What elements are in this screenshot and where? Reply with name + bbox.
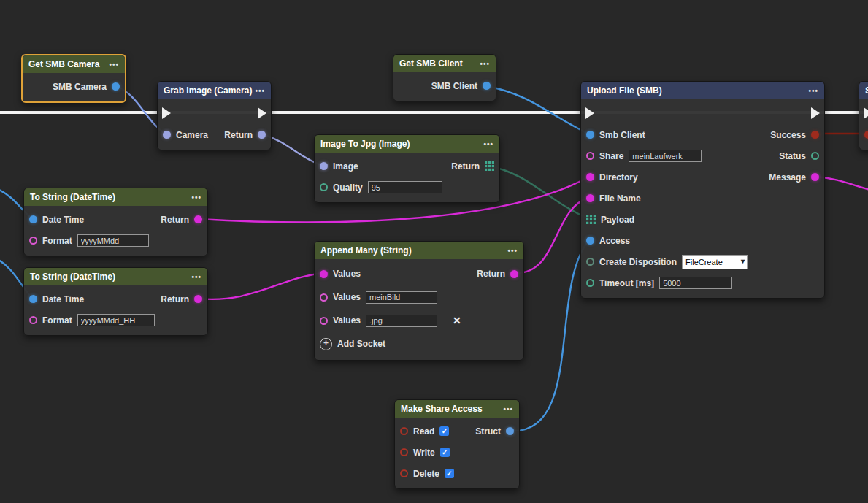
delete-input-pin[interactable] (400, 469, 408, 477)
add-socket-label[interactable]: Add Socket (337, 339, 385, 349)
input-row: Access (581, 230, 824, 251)
remove-socket-icon[interactable]: ✕ (453, 315, 461, 326)
quality-input-pin[interactable] (320, 183, 328, 191)
node-menu-icon[interactable]: ••• (191, 273, 201, 281)
node-menu-icon[interactable]: ••• (255, 87, 265, 95)
exec-out-icon[interactable] (811, 107, 820, 119)
output-label: Struct (475, 426, 501, 437)
node-title: S (865, 85, 868, 96)
format-input[interactable] (77, 314, 155, 326)
smb-client-input-pin[interactable] (586, 131, 594, 139)
output-label: Message (769, 172, 806, 183)
share-input-pin[interactable] (586, 152, 594, 160)
file-name-input-pin[interactable] (586, 194, 594, 202)
input-label: Camera (176, 130, 208, 140)
delete-checkbox[interactable]: ✓ (445, 469, 454, 478)
return-output-pin[interactable] (258, 131, 266, 139)
node-image-to-jpg[interactable]: Image To Jpg (Image) ••• Image Return (314, 134, 500, 203)
wire-payload (488, 166, 589, 219)
output-label: Return (224, 130, 253, 140)
input-pin[interactable] (864, 131, 868, 139)
byte-array-output-pin[interactable] (485, 161, 494, 171)
output-label: Status (779, 151, 806, 161)
node-menu-icon[interactable]: ••• (109, 61, 119, 69)
create-disposition-input-pin[interactable] (586, 258, 594, 266)
node-menu-icon[interactable]: ••• (483, 140, 493, 148)
exec-in-icon[interactable] (162, 107, 171, 119)
exec-row (581, 102, 824, 124)
node-menu-icon[interactable]: ••• (507, 247, 518, 255)
node-grab-image[interactable]: Grab Image (Camera) ••• Camera Return (157, 81, 272, 150)
values-input[interactable] (366, 291, 437, 304)
node-append-many[interactable]: Append Many (String) ••• Values Return V… (314, 241, 524, 361)
share-input[interactable] (629, 150, 702, 162)
format-input[interactable] (77, 234, 149, 247)
input-row: Quality (315, 177, 499, 198)
format-input-pin[interactable] (29, 237, 37, 245)
output-label: SMB Camera (53, 82, 107, 92)
input-row: Values ✕ (315, 309, 523, 332)
exec-out-icon[interactable] (258, 107, 266, 119)
io-row: Read ✓ Struct (395, 421, 519, 442)
return-output-pin[interactable] (510, 270, 518, 278)
node-editor-canvas[interactable]: Get SMB Camera ••• SMB Camera Grab Image… (0, 0, 868, 503)
node-title: Image To Jpg (Image) (320, 139, 410, 149)
directory-input-pin[interactable] (586, 173, 594, 181)
node-header: S (859, 82, 868, 99)
input-label: Directory (599, 172, 638, 183)
access-input-pin[interactable] (586, 237, 594, 245)
camera-input-pin[interactable] (163, 131, 171, 139)
status-output-pin[interactable] (811, 152, 819, 160)
node-header: Get SMB Camera ••• (23, 55, 125, 73)
values-input-pin[interactable] (320, 317, 328, 325)
datetime-input-pin[interactable] (29, 215, 37, 223)
payload-input-pin[interactable] (586, 215, 596, 224)
return-output-pin[interactable] (194, 215, 202, 223)
node-title: Get SMB Camera (28, 59, 99, 69)
values-input-pin[interactable] (320, 270, 328, 278)
quality-input[interactable] (368, 181, 442, 193)
exec-row (158, 102, 271, 124)
node-make-share-access[interactable]: Make Share Access ••• Read ✓ Struct Writ… (394, 399, 520, 489)
smb-camera-output-pin[interactable] (112, 82, 120, 91)
read-input-pin[interactable] (400, 427, 408, 435)
node-partial-right[interactable]: S (859, 81, 868, 150)
write-input-pin[interactable] (400, 448, 408, 456)
struct-output-pin[interactable] (506, 427, 514, 435)
wire-smb-client (487, 86, 589, 134)
read-checkbox[interactable]: ✓ (439, 426, 449, 436)
format-input-pin[interactable] (29, 316, 37, 324)
create-disposition-select-wrap: FileCreate (682, 255, 748, 269)
exec-in-icon[interactable] (585, 107, 594, 119)
write-checkbox[interactable]: ✓ (440, 448, 450, 457)
wire-hour-values (199, 273, 323, 299)
return-output-pin[interactable] (194, 295, 202, 303)
node-to-string-date[interactable]: To String (DateTime) ••• Date Time Retur… (23, 188, 208, 256)
node-get-smb-client[interactable]: Get SMB Client ••• SMB Client (393, 54, 496, 101)
node-menu-icon[interactable]: ••• (480, 60, 490, 68)
node-title: Upload File (SMB) (587, 85, 662, 96)
node-header: Make Share Access ••• (395, 400, 519, 418)
node-menu-icon[interactable]: ••• (503, 405, 513, 413)
timeout-input[interactable] (659, 277, 732, 289)
image-input-pin[interactable] (320, 162, 328, 170)
values-input-pin[interactable] (320, 293, 328, 302)
exec-in-icon[interactable] (864, 107, 868, 119)
values-input[interactable] (366, 315, 437, 327)
create-disposition-select[interactable]: FileCreate (683, 256, 747, 268)
node-menu-icon[interactable]: ••• (808, 87, 818, 95)
node-to-string-hour[interactable]: To String (DateTime) ••• Date Time Retur… (23, 267, 208, 336)
add-socket-icon[interactable]: + (320, 338, 332, 350)
node-title: Get SMB Client (399, 58, 463, 69)
success-output-pin[interactable] (811, 131, 819, 139)
node-upload-file[interactable]: Upload File (SMB) ••• Smb Client Success… (580, 81, 825, 299)
datetime-input-pin[interactable] (29, 295, 37, 303)
smb-client-output-pin[interactable] (483, 82, 491, 90)
message-output-pin[interactable] (811, 173, 819, 181)
node-title: Append Many (String) (320, 245, 412, 256)
add-socket-row[interactable]: + Add Socket (315, 332, 523, 356)
node-get-smb-camera[interactable]: Get SMB Camera ••• SMB Camera (21, 54, 126, 103)
node-menu-icon[interactable]: ••• (191, 193, 201, 201)
timeout-input-pin[interactable] (586, 279, 594, 287)
input-label: Timeout [ms] (599, 278, 654, 288)
